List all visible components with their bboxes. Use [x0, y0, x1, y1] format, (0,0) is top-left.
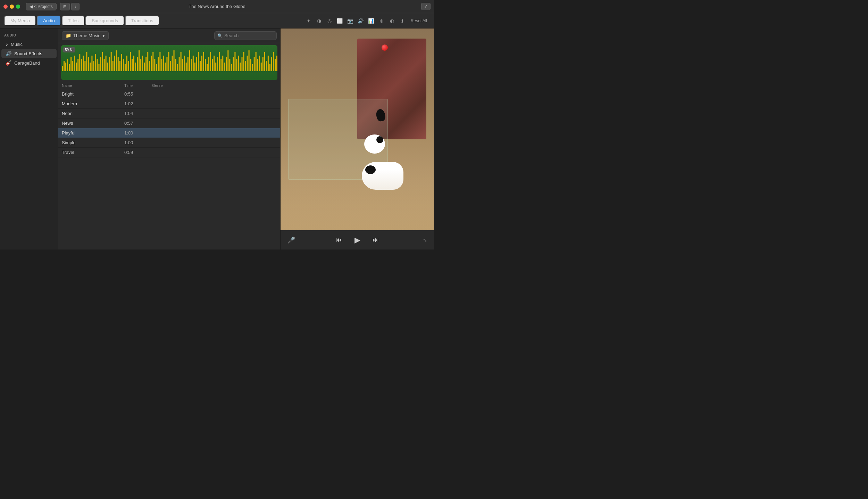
svg-rect-117 — [264, 52, 265, 71]
svg-rect-76 — [193, 56, 194, 71]
maximize-button[interactable] — [16, 5, 20, 9]
svg-rect-22 — [99, 64, 100, 71]
svg-rect-98 — [231, 64, 232, 71]
svg-rect-42 — [133, 56, 134, 71]
traffic-lights — [3, 5, 20, 9]
svg-rect-46 — [140, 59, 141, 71]
crop-icon[interactable]: ⬜ — [335, 16, 345, 26]
waveform-time-badge: 59.6s — [63, 47, 75, 52]
svg-rect-85 — [208, 57, 209, 71]
svg-rect-32 — [116, 50, 117, 71]
svg-rect-63 — [170, 61, 171, 71]
svg-rect-119 — [268, 56, 269, 71]
color-wheel-icon[interactable]: ◎ — [325, 16, 334, 26]
tab-transitions[interactable]: Transitions — [125, 16, 159, 26]
svg-rect-33 — [118, 57, 119, 71]
expand-button[interactable]: ⤡ — [423, 237, 427, 243]
svg-rect-24 — [102, 52, 103, 71]
tab-audio[interactable]: Audio — [37, 16, 61, 26]
close-button[interactable] — [3, 5, 8, 9]
svg-rect-112 — [256, 52, 257, 71]
svg-rect-88 — [214, 56, 215, 71]
svg-rect-59 — [163, 56, 164, 71]
list-item[interactable]: Bright 0:55 — [58, 89, 280, 99]
svg-rect-92 — [220, 59, 222, 71]
svg-rect-54 — [154, 59, 155, 71]
svg-rect-81 — [201, 56, 202, 71]
audio-section-title: AUDIO — [0, 32, 58, 39]
list-item[interactable]: Neon 1:04 — [58, 109, 280, 118]
minimize-button[interactable] — [10, 5, 14, 9]
music-icon: ♪ — [6, 41, 8, 47]
svg-rect-64 — [172, 56, 173, 71]
microphone-button[interactable]: 🎤 — [287, 236, 295, 244]
svg-rect-94 — [224, 63, 225, 71]
track-list: Name Time Genre Bright 0:55 Modern 1:02 … — [58, 82, 280, 250]
sound-effects-icon: 🔊 — [6, 51, 11, 56]
search-input[interactable] — [224, 33, 274, 38]
garageband-icon: 🎸 — [6, 60, 11, 66]
svg-rect-18 — [91, 56, 92, 71]
list-item[interactable]: News 0:57 — [58, 118, 280, 128]
svg-rect-60 — [165, 63, 166, 71]
skip-forward-button[interactable]: ⏭ — [370, 234, 381, 246]
svg-rect-79 — [198, 52, 199, 71]
tab-my-media[interactable]: My Media — [4, 16, 36, 26]
svg-rect-120 — [269, 64, 270, 71]
svg-rect-107 — [247, 56, 248, 71]
projects-button[interactable]: ◀ < Projects — [26, 3, 57, 10]
color-balance-icon[interactable]: ◐ — [387, 16, 397, 26]
tab-backgrounds[interactable]: Backgrounds — [85, 16, 124, 26]
svg-rect-93 — [222, 56, 223, 71]
svg-rect-4 — [67, 59, 68, 71]
camera-icon[interactable]: 📷 — [345, 16, 355, 26]
svg-rect-124 — [276, 56, 277, 71]
dog-head — [364, 134, 385, 154]
sidebar-item-sound-effects[interactable]: 🔊 Sound Effects — [1, 49, 57, 58]
list-view-button[interactable]: ↓ — [71, 3, 80, 10]
list-item[interactable]: Playful 1:00 — [58, 128, 280, 138]
theme-music-folder-button[interactable]: 📁 Theme Music ▾ — [62, 31, 109, 40]
video-area — [281, 28, 434, 230]
grid-view-button[interactable]: ⊞ — [60, 3, 70, 10]
fullscreen-button[interactable]: ⤢ — [421, 3, 431, 10]
svg-rect-12 — [81, 59, 82, 71]
sidebar-item-garageband[interactable]: 🎸 GarageBand — [1, 58, 57, 67]
wand-icon[interactable]: ✦ — [304, 16, 314, 26]
svg-rect-115 — [261, 63, 262, 71]
svg-rect-113 — [257, 59, 258, 71]
info-icon[interactable]: ℹ — [398, 16, 407, 26]
tab-titles[interactable]: Titles — [62, 16, 85, 26]
svg-rect-21 — [97, 59, 98, 71]
svg-rect-104 — [242, 57, 243, 71]
svg-rect-48 — [144, 63, 145, 71]
list-item[interactable]: Modern 1:02 — [58, 99, 280, 109]
svg-rect-69 — [181, 52, 182, 71]
list-item[interactable]: Travel 0:59 — [58, 148, 280, 157]
skip-back-button[interactable]: ⏮ — [334, 234, 344, 246]
content-header: 📁 Theme Music ▾ 🔍 — [58, 28, 280, 43]
chart-icon[interactable]: 📊 — [366, 16, 376, 26]
svg-rect-7 — [72, 61, 73, 71]
list-item[interactable]: Simple 1:00 — [58, 138, 280, 148]
track-time: 1:04 — [124, 111, 152, 116]
col-header-time: Time — [124, 83, 152, 88]
svg-rect-73 — [187, 57, 189, 71]
track-list-header: Name Time Genre — [58, 82, 280, 89]
color-correct-icon[interactable]: ◑ — [314, 16, 324, 26]
view-buttons: ⊞ ↓ — [60, 3, 80, 10]
svg-rect-26 — [106, 56, 107, 71]
svg-rect-27 — [107, 63, 108, 71]
stabilize-icon[interactable]: ⊕ — [377, 16, 386, 26]
svg-rect-84 — [207, 64, 208, 71]
reset-all-button[interactable]: Reset All — [408, 17, 430, 25]
svg-rect-31 — [114, 56, 115, 71]
play-button[interactable]: ▶ — [351, 234, 364, 246]
sidebar-item-music[interactable]: ♪ Music — [1, 40, 57, 49]
svg-rect-11 — [79, 54, 80, 71]
svg-rect-97 — [229, 59, 230, 71]
svg-rect-114 — [259, 56, 260, 71]
content-panel: 📁 Theme Music ▾ 🔍 59.6s // We'll just dr… — [58, 28, 281, 250]
volume-icon[interactable]: 🔊 — [356, 16, 366, 26]
svg-rect-38 — [126, 56, 127, 71]
